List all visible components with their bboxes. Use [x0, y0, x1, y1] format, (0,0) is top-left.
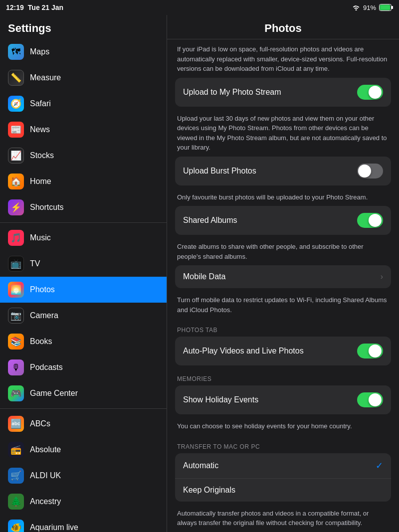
sidebar-item-label-books: Books — [30, 337, 52, 346]
sidebar-item-photos[interactable]: 🌅 Photos — [0, 277, 167, 303]
status-bar: 12:19 Tue 21 Jan 91% — [0, 0, 399, 15]
memories-header: MEMORIES — [175, 367, 391, 385]
shared-albums-row: Shared Albums — [175, 206, 391, 235]
app-icon-camera: 📷 — [8, 308, 24, 324]
wifi-icon — [352, 4, 360, 10]
automatic-option-row[interactable]: Automatic ✓ — [175, 453, 391, 478]
sidebar-item-tv[interactable]: 📺 TV — [0, 251, 167, 277]
sidebar-item-label-podcasts: Podcasts — [30, 363, 63, 372]
app-icon-abcs: 🔤 — [8, 416, 24, 432]
transfer-options-section: Automatic ✓ Keep Originals — [175, 453, 391, 502]
detail-content: If your iPad is low on space, full-resol… — [167, 39, 399, 532]
app-icon-news: 📰 — [8, 122, 24, 138]
show-holiday-section: Show Holiday Events — [175, 385, 391, 414]
sidebar-item-label-home: Home — [30, 177, 51, 186]
sidebar-item-news[interactable]: 📰 News — [0, 117, 167, 143]
sidebar-item-music[interactable]: 🎵 Music — [0, 225, 167, 251]
app-icon-safari: 🧭 — [8, 96, 24, 112]
show-holiday-desc: You can choose to see holiday events for… — [175, 416, 391, 435]
upload-photo-stream-section: Upload to My Photo Stream — [175, 78, 391, 107]
sidebar-item-camera[interactable]: 📷 Camera — [0, 303, 167, 329]
sidebar-list: 🗺 Maps 📏 Measure 🧭 Safari 📰 News 📈 Stock… — [0, 39, 167, 532]
app-icon-photos: 🌅 — [8, 282, 24, 298]
sidebar-item-label-tv: TV — [30, 259, 40, 268]
upload-burst-row: Upload Burst Photos — [175, 157, 391, 185]
upload-burst-section: Upload Burst Photos — [175, 157, 391, 185]
autoplay-label: Auto-Play Videos and Live Photos — [183, 347, 304, 355]
sidebar-item-books[interactable]: 📚 Books — [0, 329, 167, 355]
sidebar-item-home[interactable]: 🏠 Home — [0, 169, 167, 194]
transfer-desc: Automatically transfer photos and videos… — [175, 504, 391, 532]
svg-rect-2 — [380, 5, 391, 10]
app-icon-gamecenter: 🎮 — [8, 385, 24, 401]
app-icon-tv: 📺 — [8, 256, 24, 272]
sidebar-title: Settings — [0, 15, 167, 39]
sidebar-item-label-camera: Camera — [30, 311, 58, 320]
app-icon-podcasts: 🎙 — [8, 359, 24, 375]
app-icon-stocks: 📈 — [8, 148, 24, 164]
shared-albums-label: Shared Albums — [183, 216, 237, 225]
mobile-data-row[interactable]: Mobile Data › — [175, 265, 391, 288]
main-layout: Settings 🗺 Maps 📏 Measure 🧭 Safari 📰 New… — [0, 15, 399, 532]
sidebar-item-label-photos: Photos — [30, 285, 55, 294]
sidebar-item-measure[interactable]: 📏 Measure — [0, 65, 167, 91]
sidebar-item-aquarium[interactable]: 🐠 Aquarium live — [0, 515, 167, 532]
autoplay-section: Auto-Play Videos and Live Photos — [175, 337, 391, 365]
upload-burst-toggle[interactable] — [357, 164, 383, 178]
automatic-label: Automatic — [183, 461, 218, 470]
transfer-header: TRANSFER TO MAC OR PC — [175, 435, 391, 453]
app-icon-absolute: 📻 — [8, 442, 24, 458]
sidebar-item-label-news: News — [30, 125, 50, 134]
automatic-checkmark: ✓ — [376, 460, 383, 471]
status-date: Tue 21 Jan — [28, 3, 63, 11]
sidebar-item-label-music: Music — [30, 233, 51, 242]
detail-panel: Photos If your iPad is low on space, ful… — [167, 15, 399, 532]
sidebar-item-label-shortcuts: Shortcuts — [30, 203, 64, 212]
mobile-data-chevron: › — [381, 272, 383, 281]
shared-albums-section: Shared Albums — [175, 206, 391, 235]
app-icon-aquarium: 🐠 — [8, 520, 24, 532]
show-holiday-label: Show Holiday Events — [183, 395, 258, 404]
app-icon-books: 📚 — [8, 334, 24, 350]
icloud-description: If your iPad is low on space, full-resol… — [175, 39, 391, 78]
sidebar-item-label-abcs: ABCs — [30, 419, 50, 428]
shared-albums-toggle[interactable] — [357, 213, 383, 228]
sidebar-item-label-safari: Safari — [30, 99, 51, 108]
sidebar-item-stocks[interactable]: 📈 Stocks — [0, 143, 167, 169]
sidebar-item-label-ancestry: Ancestry — [30, 497, 61, 506]
app-icon-music: 🎵 — [8, 230, 24, 246]
sidebar: Settings 🗺 Maps 📏 Measure 🧭 Safari 📰 New… — [0, 15, 167, 532]
mobile-data-desc: Turn off mobile data to restrict updates… — [175, 290, 391, 319]
upload-photo-stream-toggle[interactable] — [357, 85, 383, 100]
sidebar-item-maps[interactable]: 🗺 Maps — [0, 39, 167, 65]
sidebar-item-gamecenter[interactable]: 🎮 Game Center — [0, 380, 167, 406]
mobile-data-label: Mobile Data — [183, 272, 225, 281]
autoplay-toggle[interactable] — [357, 344, 383, 358]
sidebar-item-ancestry[interactable]: 🌲 Ancestry — [0, 489, 167, 515]
battery-percentage: 91% — [363, 4, 376, 11]
sidebar-item-label-gamecenter: Game Center — [30, 389, 78, 398]
keep-originals-option-row[interactable]: Keep Originals — [175, 478, 391, 502]
app-icon-home: 🏠 — [8, 174, 24, 189]
sidebar-item-absolute[interactable]: 📻 Absolute — [0, 437, 167, 463]
photos-tab-header: PHOTOS TAB — [175, 319, 391, 337]
app-icon-measure: 📏 — [8, 70, 24, 86]
show-holiday-toggle[interactable] — [357, 392, 383, 407]
sidebar-item-safari[interactable]: 🧭 Safari — [0, 91, 167, 117]
battery-icon — [379, 4, 393, 11]
app-icon-maps: 🗺 — [8, 44, 24, 60]
svg-rect-1 — [392, 6, 393, 9]
upload-photo-stream-row: Upload to My Photo Stream — [175, 78, 391, 107]
sidebar-item-label-aldi: ALDI UK — [30, 471, 61, 480]
autoplay-row: Auto-Play Videos and Live Photos — [175, 337, 391, 365]
sidebar-item-abcs[interactable]: 🔤 ABCs — [0, 411, 167, 437]
sidebar-item-podcasts[interactable]: 🎙 Podcasts — [0, 355, 167, 380]
mobile-data-section: Mobile Data › — [175, 265, 391, 288]
sidebar-item-label-measure: Measure — [30, 73, 61, 82]
upload-burst-desc: Only favourite burst photos will be uplo… — [175, 187, 391, 206]
sidebar-item-aldi[interactable]: 🛒 ALDI UK — [0, 463, 167, 489]
app-icon-shortcuts: ⚡ — [8, 199, 24, 215]
sidebar-item-shortcuts[interactable]: ⚡ Shortcuts — [0, 194, 167, 220]
app-icon-ancestry: 🌲 — [8, 494, 24, 510]
status-time: 12:19 — [6, 3, 24, 11]
